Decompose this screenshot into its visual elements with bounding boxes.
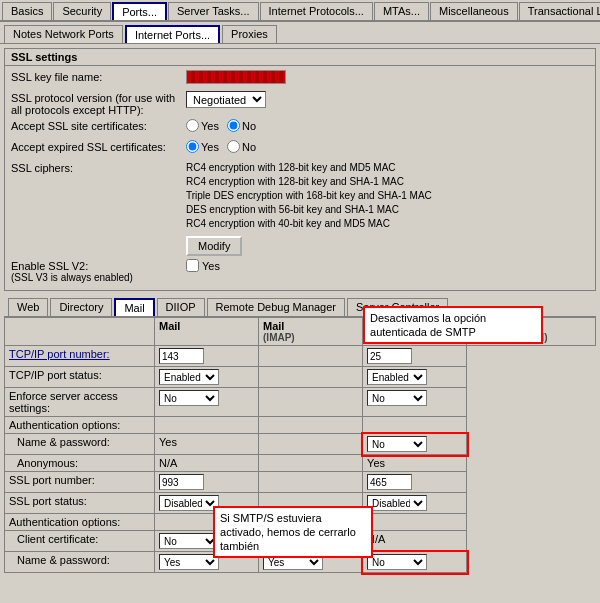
smtp-ssl-status-select[interactable]: Disabled	[367, 495, 427, 511]
imap-port-input[interactable]	[159, 348, 204, 364]
cell-mid-ssl-auth-header: Si SMTP/S estuviera activado, hemos de c…	[259, 514, 363, 531]
tab-remote-debug[interactable]: Remote Debug Manager	[207, 298, 345, 316]
second-tab-bar: Notes Network Ports Internet Ports... Pr…	[0, 22, 600, 44]
row-label-tcpip-port: TCP/IP port number:	[5, 346, 155, 367]
tab-transactional-logging[interactable]: Transactional Logging	[519, 2, 600, 20]
cell-smtp-auth-header	[363, 417, 467, 434]
table-row: Anonymous: N/A Yes	[5, 455, 596, 472]
tab-internet-ports[interactable]: Internet Ports...	[125, 25, 220, 43]
top-tab-bar: Basics Security Ports... Server Tasks...…	[0, 0, 600, 22]
accept-expired-yes-radio[interactable]	[186, 140, 199, 153]
ssl-settings-group: SSL settings SSL key file name: SSL prot…	[4, 48, 596, 291]
cipher-line-4: DES encryption with 56-bit key and SHA-1…	[186, 203, 589, 217]
tab-directory[interactable]: Directory	[50, 298, 112, 316]
tab-notes-network-ports[interactable]: Notes Network Ports	[4, 25, 123, 43]
cipher-line-5: RC4 encryption with 40-bit key and MD5 M…	[186, 217, 589, 231]
cell-smtp-tcpip-port: Desactivamos la opción autenticada de SM…	[363, 346, 467, 367]
tab-miscellaneous[interactable]: Miscellaneous	[430, 2, 518, 20]
enable-sslv2-value: Yes	[186, 259, 589, 272]
mail-table-area: Mail Mail (IMAP) Mail Mail	[4, 317, 596, 573]
table-row: TCP/IP port status: Enabled Enabled	[5, 367, 596, 388]
enable-sslv2-row: Enable SSL V2: (SSL V3 is always enabled…	[11, 259, 589, 283]
col-header-mail-imap: Mail (IMAP)	[259, 318, 363, 346]
row-label-auth-options: Authentication options:	[5, 417, 155, 434]
app-window: Basics Security Ports... Server Tasks...…	[0, 0, 600, 577]
cell-smtp-name-pwd: No	[363, 434, 467, 455]
cell-smtp-ssl-port	[363, 472, 467, 493]
ssl-ciphers-value: RC4 encryption with 128-bit key and MD5 …	[186, 161, 589, 231]
imap-ssl-port-input[interactable]	[159, 474, 204, 490]
ssl-key-row: SSL key file name:	[11, 70, 589, 88]
smtp-ssl-port-input[interactable]	[367, 474, 412, 490]
smtp-port-input[interactable]	[367, 348, 412, 364]
enable-sslv2-label: Enable SSL V2: (SSL V3 is always enabled…	[11, 259, 186, 283]
cell-imap-tcpip-port	[155, 346, 259, 367]
ssl-protocol-select[interactable]: Negotiated	[186, 91, 266, 108]
smtp-ssl-name-pwd-select[interactable]: No	[367, 554, 427, 570]
accept-expired-no-label[interactable]: No	[227, 140, 256, 153]
modify-button[interactable]: Modify	[186, 236, 242, 256]
row-label-ssl-auth-options: Authentication options:	[5, 514, 155, 531]
row-label-ssl-status: SSL port status:	[5, 493, 155, 514]
col-header-mail: Mail	[155, 318, 259, 346]
modify-spacer	[11, 234, 186, 235]
cipher-line-2: RC4 encryption with 128-bit key and SHA-…	[186, 175, 589, 189]
cell-smtp-ssl-auth-header	[363, 514, 467, 531]
tab-ports[interactable]: Ports...	[112, 2, 167, 20]
accept-ssl-certs-value: Yes No	[186, 119, 589, 132]
ssl-protocol-row: SSL protocol version (for use with all p…	[11, 91, 589, 116]
accept-expired-no-radio[interactable]	[227, 140, 240, 153]
accept-ssl-no-radio[interactable]	[227, 119, 240, 132]
cell-mid-enforce	[259, 388, 363, 417]
imap-client-cert-select[interactable]: No	[159, 533, 219, 549]
ssl-protocol-value[interactable]: Negotiated	[186, 91, 589, 108]
ssl-protocol-label: SSL protocol version (for use with all p…	[11, 91, 186, 116]
annotation-bottom: Si SMTP/S estuviera activado, hemos de c…	[213, 506, 373, 558]
accept-ssl-certs-row: Accept SSL site certificates: Yes No	[11, 119, 589, 137]
ssl-ciphers-row: SSL ciphers: RC4 encryption with 128-bit…	[11, 161, 589, 231]
accept-expired-yes-label[interactable]: Yes	[186, 140, 219, 153]
imap-ssl-status-select[interactable]: Disabled	[159, 495, 219, 511]
ssl-settings-content: SSL key file name: SSL protocol version …	[5, 66, 595, 290]
smtp-name-pwd-select[interactable]: No	[367, 436, 427, 452]
tab-security[interactable]: Security	[53, 2, 111, 20]
enable-sslv2-checkbox[interactable]	[186, 259, 199, 272]
row-label-name-pwd: Name & password:	[5, 434, 155, 455]
main-content: SSL settings SSL key file name: SSL prot…	[0, 44, 600, 577]
mail-table: Mail Mail (IMAP) Mail Mail	[4, 317, 596, 573]
ssl-settings-title: SSL settings	[5, 49, 595, 66]
ssl-key-value	[186, 70, 589, 86]
table-row: Authentication options:	[5, 417, 596, 434]
table-row: Authentication options: Si SMTP/S estuvi…	[5, 514, 596, 531]
tab-diiop[interactable]: DIIOP	[157, 298, 205, 316]
table-row: SSL port number:	[5, 472, 596, 493]
modify-value: Modify	[186, 234, 589, 256]
accept-ssl-no-label[interactable]: No	[227, 119, 256, 132]
imap-enforce-select[interactable]: No	[159, 390, 219, 406]
cell-smtp-ssl-name-pwd: No	[363, 552, 467, 573]
ssl-key-masked	[186, 70, 286, 84]
tab-proxies[interactable]: Proxies	[222, 25, 277, 43]
smtp-status-select[interactable]: Enabled	[367, 369, 427, 385]
cipher-line-3: Triple DES encryption with 168-bit key a…	[186, 189, 589, 203]
tab-mtas[interactable]: MTAs...	[374, 2, 429, 20]
accept-ssl-yes-label[interactable]: Yes	[186, 119, 219, 132]
cell-smtp-anonymous: Yes	[363, 455, 467, 472]
tab-basics[interactable]: Basics	[2, 2, 52, 20]
cell-mid-name-pwd	[259, 434, 363, 455]
tab-internet-protocols[interactable]: Internet Protocols...	[260, 2, 373, 20]
accept-ssl-certs-label: Accept SSL site certificates:	[11, 119, 186, 132]
imap-status-select[interactable]: Enabled	[159, 369, 219, 385]
cell-smtp-client-cert: N/A	[363, 531, 467, 552]
cell-imap-tcpip-status: Enabled	[155, 367, 259, 388]
tab-mail[interactable]: Mail	[114, 298, 154, 316]
row-label-enforce: Enforce server access settings:	[5, 388, 155, 417]
row-label-ssl-port: SSL port number:	[5, 472, 155, 493]
accept-ssl-yes-radio[interactable]	[186, 119, 199, 132]
imap-ssl-name-pwd-select[interactable]: Yes	[159, 554, 219, 570]
accept-expired-certs-row: Accept expired SSL certificates: Yes No	[11, 140, 589, 158]
cell-imap-auth-header	[155, 417, 259, 434]
smtp-enforce-select[interactable]: No	[367, 390, 427, 406]
tab-server-tasks[interactable]: Server Tasks...	[168, 2, 259, 20]
tab-web[interactable]: Web	[8, 298, 48, 316]
